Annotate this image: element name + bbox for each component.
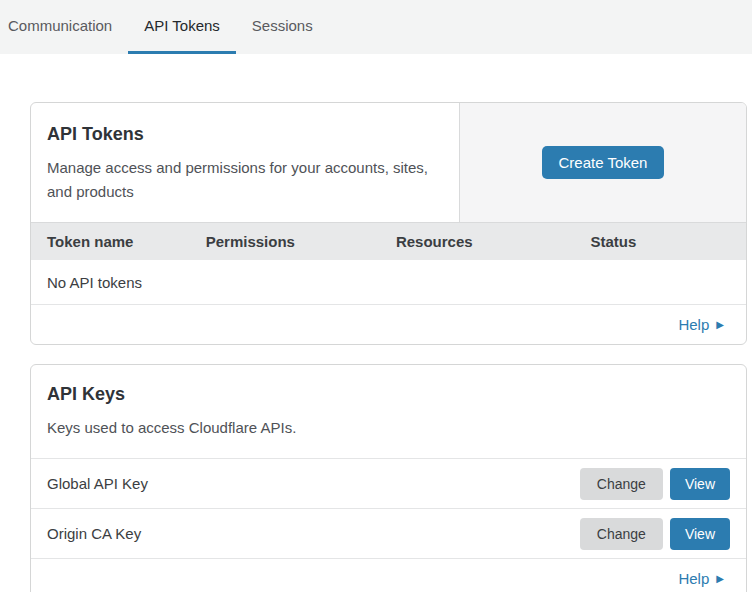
api-keys-title: API Keys (47, 384, 730, 405)
help-arrow-icon: ▶ (716, 573, 724, 584)
tab-api-tokens[interactable]: API Tokens (128, 0, 236, 54)
api-tokens-description: Manage access and permissions for your a… (47, 156, 439, 204)
api-keys-help-link[interactable]: Help ▶ (678, 570, 724, 587)
create-token-button[interactable]: Create Token (542, 146, 665, 179)
api-tokens-card: API Tokens Manage access and permissions… (30, 102, 747, 345)
tab-communication[interactable]: Communication (0, 0, 128, 54)
api-tokens-card-action-panel: Create Token (459, 103, 746, 222)
change-global-api-key-button[interactable]: Change (580, 468, 663, 500)
api-key-label-origin-ca: Origin CA Key (47, 525, 580, 542)
column-header-resources: Resources (380, 233, 574, 250)
help-link-label: Help (678, 570, 709, 587)
main-content: API Tokens Manage access and permissions… (30, 102, 747, 592)
api-keys-card: API Keys Keys used to access Cloudflare … (30, 364, 747, 592)
column-header-status: Status (574, 233, 746, 250)
api-tokens-card-header-text: API Tokens Manage access and permissions… (31, 103, 459, 222)
change-origin-ca-key-button[interactable]: Change (580, 518, 663, 550)
api-key-label-global: Global API Key (47, 475, 580, 492)
tokens-table-header: Token name Permissions Resources Status (31, 222, 746, 260)
api-keys-card-header: API Keys Keys used to access Cloudflare … (31, 365, 746, 458)
api-key-row-origin-ca: Origin CA Key Change View (31, 508, 746, 558)
tokens-empty-row: No API tokens (31, 260, 746, 304)
tab-sessions[interactable]: Sessions (236, 0, 329, 54)
api-tokens-card-header: API Tokens Manage access and permissions… (31, 103, 746, 222)
tab-bar: Communication API Tokens Sessions (0, 0, 752, 54)
help-link-label: Help (678, 316, 709, 333)
tokens-empty-message: No API tokens (47, 274, 142, 291)
column-header-permissions: Permissions (190, 233, 380, 250)
column-header-token-name: Token name (31, 233, 190, 250)
api-tokens-help-link[interactable]: Help ▶ (678, 316, 724, 333)
api-key-row-global: Global API Key Change View (31, 458, 746, 508)
api-tokens-title: API Tokens (47, 124, 439, 145)
api-keys-card-footer: Help ▶ (31, 558, 746, 592)
help-arrow-icon: ▶ (716, 319, 724, 330)
view-origin-ca-key-button[interactable]: View (670, 518, 730, 550)
view-global-api-key-button[interactable]: View (670, 468, 730, 500)
api-tokens-card-footer: Help ▶ (31, 304, 746, 344)
api-keys-description: Keys used to access Cloudflare APIs. (47, 416, 730, 440)
